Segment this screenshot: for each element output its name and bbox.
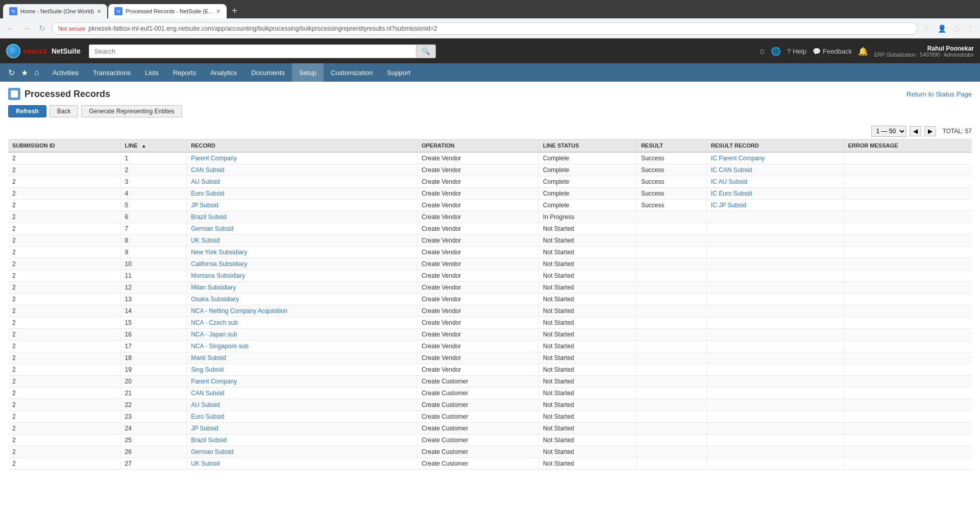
cell-line: 12	[120, 282, 187, 294]
cell-link-record[interactable]: UK Subsid	[191, 460, 220, 467]
table-row: 221CAN SubsidCreate CustomerNot Started	[8, 388, 972, 399]
table-row: 225Brazil SubsidCreate CustomerNot Start…	[8, 435, 972, 446]
cell-link-record[interactable]: Parent Company	[191, 378, 237, 385]
table-row: 222AU SubsidCreate CustomerNot Started	[8, 399, 972, 411]
cell-submission-id: 2	[8, 329, 120, 341]
home-icon[interactable]: ⌂	[760, 46, 765, 56]
cell-operation: Create Vendor	[417, 176, 538, 188]
cell-result-record	[706, 352, 844, 364]
cell-result-record: IC AU Subsid	[706, 176, 844, 188]
nav-item-customization[interactable]: Customization	[324, 63, 380, 82]
globe-icon[interactable]: 🌐	[771, 46, 781, 56]
feedback-button[interactable]: 💬 Feedback	[813, 47, 852, 55]
cell-link-record[interactable]: Montana Subsidiary	[191, 272, 245, 279]
cell-link-record[interactable]: California Subsidiary	[191, 260, 247, 268]
cell-error-message	[844, 364, 972, 376]
cell-error-message	[844, 352, 972, 364]
cell-link-record[interactable]: NCA - Czech sub	[191, 319, 238, 326]
cell-link-record[interactable]: Parent Company	[191, 155, 237, 162]
cell-submission-id: 2	[8, 458, 120, 470]
nav-item-analytics[interactable]: Analytics	[203, 63, 244, 82]
nav-item-support[interactable]: Support	[380, 63, 418, 82]
cell-link-record[interactable]: AU Subsid	[191, 401, 220, 408]
nav-item-transactions[interactable]: Transactions	[86, 63, 138, 82]
cell-result	[636, 247, 706, 258]
return-to-status-link[interactable]: Return to Status Page	[906, 90, 972, 98]
cell-record: NCA - Netting Company Acquisition	[187, 305, 418, 317]
cell-submission-id: 2	[8, 399, 120, 411]
cell-link-record[interactable]: German Subsid	[191, 448, 233, 455]
tab-close-home[interactable]: ×	[97, 7, 101, 15]
cell-link-record[interactable]: NCA - Singapore sub	[191, 343, 249, 350]
next-page-button[interactable]: ▶	[924, 126, 936, 136]
cell-link-record[interactable]: UK Subsid	[191, 237, 220, 244]
cell-link-record[interactable]: CAN Subsid	[191, 166, 224, 174]
menu-button[interactable]: ⋮	[965, 22, 976, 35]
cell-operation: Create Customer	[417, 388, 538, 399]
nav-item-activities[interactable]: Activities	[45, 63, 86, 82]
cell-submission-id: 2	[8, 152, 120, 164]
refresh-button[interactable]: Refresh	[8, 105, 46, 117]
extensions-button[interactable]: ⬡	[951, 22, 962, 35]
back-browser-button[interactable]: ←	[4, 22, 16, 35]
page-size-select[interactable]: 1 — 50	[871, 126, 906, 137]
table-header-row: SUBMISSION ID LINE ▲ RECORD OPERATION LI…	[8, 139, 972, 152]
cell-link-record[interactable]: NCA - Japan sub	[191, 331, 237, 338]
table-row: 216NCA - Japan subCreate VendorNot Start…	[8, 329, 972, 341]
cell-result-record	[706, 376, 844, 388]
profile-button[interactable]: 👤	[936, 22, 948, 35]
search-input[interactable]	[89, 44, 416, 58]
user-menu[interactable]: Rahul Poonekar ERP Globalization · 54078…	[874, 45, 974, 58]
nav-item-setup[interactable]: Setup	[292, 63, 324, 82]
help-button[interactable]: ? Help	[787, 47, 806, 55]
cell-link-record[interactable]: Euro Subsid	[191, 190, 224, 197]
prev-page-button[interactable]: ◀	[910, 126, 921, 136]
nav-item-lists[interactable]: Lists	[138, 63, 166, 82]
forward-browser-button[interactable]: →	[20, 22, 33, 35]
app-header: ORACLE NetSuite 🔍 ⌂ 🌐 ? Help 💬 Feedback …	[0, 39, 980, 63]
col-line[interactable]: LINE ▲	[120, 139, 187, 152]
tab-home[interactable]: N Home - NetSuite (One World) ×	[3, 4, 107, 18]
search-button[interactable]: 🔍	[416, 44, 436, 58]
cell-result	[636, 258, 706, 270]
tab-processed-records[interactable]: N Processed Records - NetSuite (E... ×	[108, 4, 226, 18]
new-tab-button[interactable]: +	[228, 5, 242, 17]
cell-link-result-record[interactable]: IC Parent Company	[711, 155, 765, 162]
cell-line: 25	[120, 435, 187, 446]
cell-link-record[interactable]: Sing Subsid	[191, 366, 224, 373]
home-nav-icon[interactable]: ⌂	[32, 66, 41, 79]
nav-item-reports[interactable]: Reports	[166, 63, 204, 82]
cell-link-record[interactable]: Brazil Subsid	[191, 437, 227, 444]
cell-link-record[interactable]: Brazil Subsid	[191, 213, 227, 221]
cell-link-result-record[interactable]: IC Euro Subsid	[711, 190, 752, 197]
cell-link-result-record[interactable]: IC JP Subsid	[711, 202, 746, 209]
cell-submission-id: 2	[8, 446, 120, 458]
star-nav-icon[interactable]: ★	[19, 66, 30, 80]
cell-link-record[interactable]: NCA - Netting Company Acquisition	[191, 307, 287, 315]
cell-link-record[interactable]: Osaka Subsidiary	[191, 296, 239, 303]
cell-link-record[interactable]: New York Subsidiary	[191, 249, 247, 256]
cell-link-result-record[interactable]: IC AU Subsid	[711, 178, 747, 185]
url-bar[interactable]: Not secure pknezek-fatbox-ml-euf1-001.en…	[52, 22, 918, 35]
notification-icon[interactable]: 🔔	[858, 46, 868, 56]
generate-button[interactable]: Generate Representing Entities	[81, 105, 182, 117]
nav-item-documents[interactable]: Documents	[244, 63, 292, 82]
back-button[interactable]: Back	[50, 105, 79, 117]
cell-record: NCA - Japan sub	[187, 329, 418, 341]
refresh-nav-icon[interactable]: ↻	[6, 66, 17, 80]
reload-browser-button[interactable]: ↻	[37, 21, 47, 35]
cell-link-record[interactable]: Milan Subsidiary	[191, 284, 236, 291]
cell-link-record[interactable]: JP Subsid	[191, 202, 218, 209]
cell-link-record[interactable]: AU Subsid	[191, 178, 220, 185]
cell-link-result-record[interactable]: IC CAN Subsid	[711, 166, 752, 174]
cell-link-record[interactable]: JP Subsid	[191, 425, 218, 432]
cell-link-record[interactable]: CAN Subsid	[191, 390, 224, 397]
col-result: RESULT	[636, 139, 706, 152]
cell-link-record[interactable]: Euro Subsid	[191, 413, 224, 420]
cell-link-record[interactable]: Manil Subsid	[191, 354, 226, 361]
tab-close-processed[interactable]: ×	[216, 7, 220, 15]
cell-operation: Create Vendor	[417, 164, 538, 176]
cell-link-record[interactable]: German Subsid	[191, 225, 233, 232]
table-row: 29New York SubsidiaryCreate VendorNot St…	[8, 247, 972, 258]
bookmark-button[interactable]: ☆	[922, 22, 933, 35]
